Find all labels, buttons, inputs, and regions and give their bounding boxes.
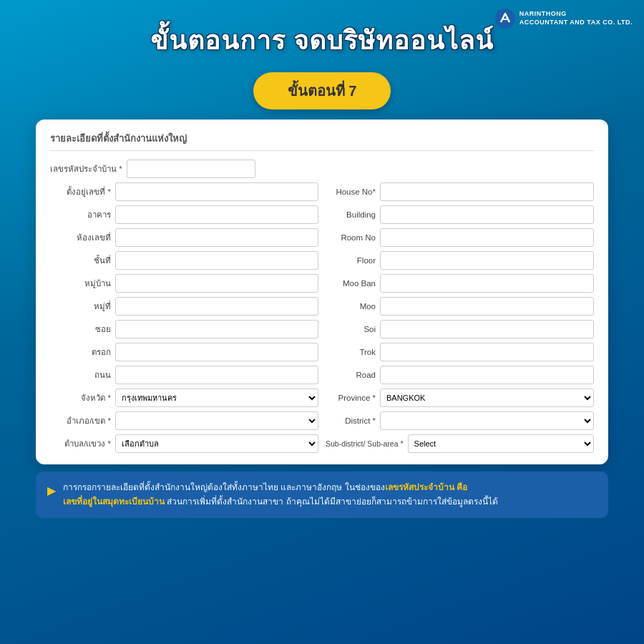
row-province: จังหวัด * กรุงเทพมหานคร Province * BANGK…: [50, 389, 594, 407]
col-building-left: อาคาร: [50, 205, 318, 224]
col-province-left: จังหวัด * กรุงเทพมหานคร: [50, 389, 318, 407]
building-en-input[interactable]: [380, 205, 594, 224]
step-badge: ขั้นตอนที่ 7: [253, 72, 391, 109]
logo-area: NARINTHONG ACCOUNTANT AND TAX CO. LTD.: [495, 9, 633, 29]
info-text-highlight-2: เลขที่อยู่ในสมุดทะเบียนบ้าน: [63, 497, 165, 507]
col-address-left: ตั้งอยู่เลขที่ *: [50, 182, 318, 201]
moo-ban-en-label: Moo Ban: [326, 279, 376, 288]
moo-en-input[interactable]: [380, 297, 594, 316]
col-amphoe-left: อำเภอ/เขต *: [50, 411, 318, 430]
col-district-right: District *: [326, 411, 594, 430]
trok-en-label: Trok: [326, 348, 376, 356]
trok-th-input[interactable]: [115, 343, 318, 361]
province-en-select[interactable]: BANGKOK: [380, 389, 594, 407]
trok-en-input[interactable]: [380, 343, 594, 361]
road-en-input[interactable]: [380, 366, 594, 384]
soi-th-input[interactable]: [115, 320, 318, 338]
row-address: ตั้งอยู่เลขที่ * House No*: [50, 182, 594, 201]
col-road-right: Road: [326, 366, 594, 384]
info-arrow-icon: ▶: [47, 481, 56, 500]
info-text-normal-1: การกรอกรายละเอียดที่ตั้งสำนักงานใหญ่ต้อง…: [63, 482, 385, 492]
district-en-select[interactable]: [380, 411, 594, 430]
floor-en-label: Floor: [326, 256, 376, 265]
province-th-label: จังหวัด *: [50, 391, 111, 404]
row-amphoe: อำเภอ/เขต * District *: [50, 411, 594, 430]
road-en-label: Road: [326, 371, 376, 379]
road-th-label: ถนน: [50, 369, 111, 381]
zip-input[interactable]: [127, 160, 255, 178]
row-road: ถนน Road: [50, 366, 594, 384]
soi-en-label: Soi: [326, 325, 376, 333]
form-grid: เลขรหัสประจำบ้าน * ตั้งอยู่เลขที่ * Hous…: [50, 160, 594, 453]
zip-label: เลขรหัสประจำบ้าน *: [50, 162, 122, 175]
form-container: รายละเอียดที่ตั้งสำนักงานแห่งใหญ่ เลขรหั…: [36, 119, 608, 464]
soi-en-input[interactable]: [380, 320, 594, 338]
trok-th-label: ตรอก: [50, 346, 111, 358]
info-text-highlight-1: เลขรหัสประจำบ้าน คือ: [385, 482, 467, 492]
soi-th-label: ซอย: [50, 323, 111, 336]
village-th-label: หมู่บ้าน: [50, 277, 111, 290]
house-no-input[interactable]: [380, 182, 594, 201]
address-no-input[interactable]: [115, 182, 318, 201]
row-floor: ชั้นที่ Floor: [50, 251, 594, 270]
building-th-input[interactable]: [115, 205, 318, 224]
row-soi: ซอย Soi: [50, 320, 594, 338]
moo-th-label: หมู่ที่: [50, 300, 111, 313]
moo-th-input[interactable]: [115, 297, 318, 316]
moo-en-label: Moo: [326, 302, 376, 311]
col-zip-left: เลขรหัสประจำบ้าน *: [50, 160, 318, 178]
house-no-label: House No*: [326, 187, 376, 196]
province-en-label: Province *: [326, 394, 376, 402]
col-trok-left: ตรอก: [50, 343, 318, 361]
district-en-label: District *: [326, 416, 376, 425]
col-soi-left: ซอย: [50, 320, 318, 338]
row-building: อาคาร Building: [50, 205, 594, 224]
col-address-right: House No*: [326, 182, 594, 201]
info-box: ▶ การกรอกรายละเอียดที่ตั้งสำนักงานใหญ่ต้…: [36, 472, 608, 518]
logo-icon: [495, 9, 515, 29]
amphoe-th-select[interactable]: [115, 411, 318, 430]
room-th-input[interactable]: [115, 228, 318, 247]
col-road-left: ถนน: [50, 366, 318, 384]
row-tambon: ตำบล/แขวง * เลือกตำบล Sub-district/ Sub-…: [50, 434, 594, 453]
room-en-input[interactable]: [380, 228, 594, 247]
floor-th-input[interactable]: [115, 251, 318, 270]
col-moo-left: หมู่ที่: [50, 297, 318, 316]
col-floor-right: Floor: [326, 251, 594, 270]
floor-en-input[interactable]: [380, 251, 594, 270]
building-en-label: Building: [326, 210, 376, 219]
row-trok: ตรอก Trok: [50, 343, 594, 361]
row-zip: เลขรหัสประจำบ้าน *: [50, 160, 594, 178]
col-trok-right: Trok: [326, 343, 594, 361]
amphoe-th-label: อำเภอ/เขต *: [50, 414, 111, 427]
building-th-label: อาคาร: [50, 208, 111, 221]
col-room-right: Room No: [326, 228, 594, 247]
tambon-th-label: ตำบล/แขวง *: [50, 437, 111, 450]
room-th-label: ห้องเลขที่: [50, 231, 111, 244]
col-sub-district-right: Sub-district/ Sub-area * Select: [326, 434, 594, 453]
col-soi-right: Soi: [326, 320, 594, 338]
village-th-input[interactable]: [115, 274, 318, 293]
col-tambon-left: ตำบล/แขวง * เลือกตำบล: [50, 434, 318, 453]
section-title: รายละเอียดที่ตั้งสำนักงานแห่งใหญ่: [50, 131, 594, 151]
province-th-select[interactable]: กรุงเทพมหานคร: [115, 389, 318, 407]
row-moo: หมู่ที่ Moo: [50, 297, 594, 316]
floor-th-label: ชั้นที่: [50, 254, 111, 267]
row-room: ห้องเลขที่ Room No: [50, 228, 594, 247]
step-badge-wrap: ขั้นตอนที่ 7: [0, 72, 644, 109]
info-text-normal-3: ส่วนการเพิ่มที่ตั้งสำนักงานสาขา ถ้าคุณไม…: [165, 497, 498, 507]
col-village-left: หมู่บ้าน: [50, 274, 318, 293]
col-building-right: Building: [326, 205, 594, 224]
moo-ban-en-input[interactable]: [380, 274, 594, 293]
col-floor-left: ชั้นที่: [50, 251, 318, 270]
sub-district-en-select[interactable]: Select: [408, 434, 594, 453]
road-th-input[interactable]: [115, 366, 318, 384]
room-en-label: Room No: [326, 233, 376, 242]
address-no-label: ตั้งอยู่เลขที่ *: [50, 185, 111, 198]
tambon-th-select[interactable]: เลือกตำบล: [115, 434, 318, 453]
col-room-left: ห้องเลขที่: [50, 228, 318, 247]
row-village: หมู่บ้าน Moo Ban: [50, 274, 594, 293]
col-moo-right: Moo: [326, 297, 594, 316]
col-province-right: Province * BANGKOK: [326, 389, 594, 407]
info-text: การกรอกรายละเอียดที่ตั้งสำนักงานใหญ่ต้อง…: [63, 480, 597, 509]
